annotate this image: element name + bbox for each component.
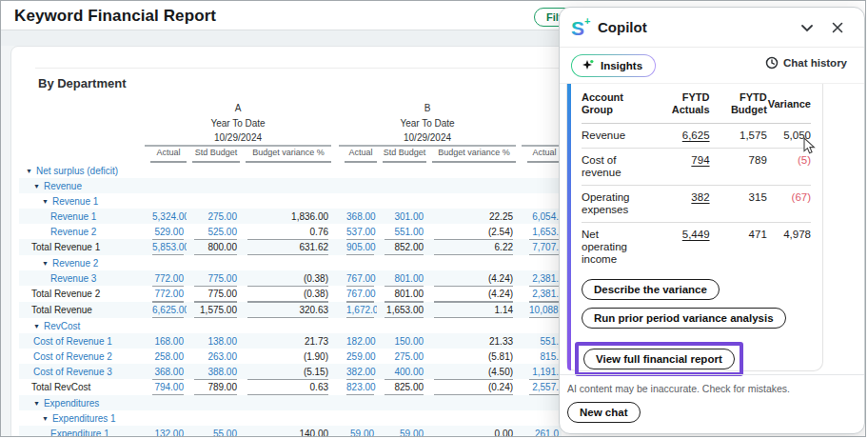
- report-cell[interactable]: 551.00: [377, 224, 426, 239]
- report-cell[interactable]: 551.: [522, 333, 562, 349]
- report-row-label[interactable]: Revenue 2: [52, 258, 98, 269]
- report-cell[interactable]: 794.00: [145, 379, 187, 395]
- report-cell[interactable]: 772.00: [145, 286, 187, 302]
- report-cell[interactable]: 275.00: [187, 209, 240, 224]
- table-row: Total Revenue6,625.001,575.00320.631,672…: [19, 302, 562, 318]
- report-row-label[interactable]: Cost of Revenue 2: [33, 351, 112, 362]
- chat-history-button[interactable]: Chat history: [765, 56, 847, 70]
- report-cell[interactable]: 2,557.: [522, 379, 562, 395]
- report-cell[interactable]: 767.00: [339, 270, 377, 286]
- report-cell[interactable]: 59.00: [339, 426, 377, 437]
- report-cell: (0.38): [240, 270, 331, 286]
- report-cell[interactable]: 55.00: [187, 426, 240, 437]
- report-row-label-cell: ▼Revenue: [19, 178, 145, 193]
- report-cell[interactable]: 815.: [522, 349, 562, 364]
- column-header: Actual: [522, 146, 562, 163]
- report-row-label[interactable]: Expenditure 1: [50, 429, 109, 438]
- report-cell[interactable]: 10,088.: [522, 302, 562, 318]
- report-cell: [377, 178, 426, 193]
- report-cell: [339, 318, 377, 333]
- report-cell[interactable]: 388.00: [187, 364, 240, 379]
- collapse-triangle-icon[interactable]: ▼: [42, 260, 49, 267]
- fytd-actuals-cell[interactable]: 5,449: [650, 223, 709, 272]
- report-cell[interactable]: 400.00: [377, 364, 426, 379]
- action-button-3[interactable]: View full financial report: [583, 349, 735, 369]
- collapse-triangle-icon[interactable]: ▼: [33, 183, 40, 190]
- report-cell[interactable]: 382.00: [339, 364, 377, 379]
- report-cell[interactable]: 275.00: [377, 349, 426, 364]
- report-row-label[interactable]: Revenue 2: [50, 227, 96, 237]
- action-button-1[interactable]: Describe the variance: [582, 279, 720, 300]
- report-corner-cell: [19, 130, 145, 146]
- chevron-down-icon[interactable]: [799, 20, 815, 35]
- report-cell[interactable]: 525.00: [187, 224, 240, 239]
- report-cell[interactable]: 1,672.00: [339, 302, 377, 318]
- report-cell[interactable]: 258.00: [145, 349, 187, 364]
- report-cell[interactable]: 1,653.: [522, 224, 562, 239]
- report-row-label[interactable]: Expenditures: [44, 398, 99, 409]
- actuals-link[interactable]: 6,625: [682, 130, 710, 141]
- report-row-label[interactable]: Revenue 1: [50, 211, 96, 222]
- fytd-actuals-cell[interactable]: 6,625: [650, 124, 709, 149]
- report-cell: [522, 163, 562, 178]
- report-cell[interactable]: 5,324.00: [145, 209, 187, 224]
- report-cell[interactable]: 6,054.: [522, 209, 562, 224]
- report-cell[interactable]: 132.00: [145, 426, 187, 437]
- collapse-triangle-icon[interactable]: ▼: [26, 168, 32, 174]
- report-row-label[interactable]: Expenditures 1: [52, 413, 116, 424]
- report-row-label[interactable]: Net surplus (deficit): [36, 166, 118, 176]
- report-row-label[interactable]: Cost of Revenue 1: [33, 336, 112, 347]
- fytd-actuals-cell[interactable]: 382: [650, 186, 709, 223]
- report-cell[interactable]: 261.0: [522, 426, 562, 437]
- report-cell[interactable]: 537.00: [339, 224, 377, 239]
- report-cell[interactable]: 368.00: [145, 364, 187, 379]
- report-row-label-cell: Total Revenue 1: [19, 239, 145, 255]
- report-cell[interactable]: 59.00: [377, 426, 426, 437]
- report-cell[interactable]: 6,625.00: [145, 302, 187, 318]
- report-cell[interactable]: 168.00: [145, 333, 187, 349]
- collapse-triangle-icon[interactable]: ▼: [42, 198, 49, 205]
- report-cell[interactable]: 138.00: [187, 333, 240, 349]
- report-cell[interactable]: 7,707.: [522, 239, 562, 255]
- report-cell[interactable]: 801.00: [377, 270, 426, 286]
- report-cell: [187, 178, 240, 193]
- report-cell: 1,653.00: [377, 302, 426, 318]
- report-row-label[interactable]: RevCost: [44, 321, 80, 331]
- report-row-label[interactable]: Revenue 3: [50, 273, 96, 284]
- new-chat-button[interactable]: New chat: [567, 402, 641, 423]
- report-cell[interactable]: 150.00: [377, 333, 426, 349]
- report-cell[interactable]: 767.00: [339, 286, 377, 302]
- report-cell[interactable]: 1,191.: [522, 364, 562, 379]
- collapse-triangle-icon[interactable]: ▼: [33, 323, 40, 329]
- close-icon[interactable]: [830, 20, 845, 35]
- report-cell[interactable]: 368.00: [339, 209, 377, 224]
- report-cell: [240, 410, 331, 426]
- report-row-label[interactable]: Revenue: [44, 181, 82, 191]
- report-cell[interactable]: 5,853.00: [145, 239, 187, 255]
- action-button-2[interactable]: Run prior period variance analysis: [582, 308, 786, 329]
- actuals-link[interactable]: 5,449: [682, 229, 710, 240]
- report-cell[interactable]: 263.00: [187, 349, 240, 364]
- report-cell[interactable]: 529.00: [145, 224, 187, 239]
- report-cell: [522, 410, 562, 426]
- insights-tab[interactable]: Insights: [571, 54, 656, 77]
- report-row-label[interactable]: Cost of Revenue 3: [33, 367, 112, 377]
- collapse-triangle-icon[interactable]: ▼: [42, 415, 49, 422]
- collapse-triangle-icon[interactable]: ▼: [33, 400, 40, 407]
- report-cell: [145, 178, 187, 193]
- report-cell[interactable]: 182.00: [339, 333, 377, 349]
- actuals-link[interactable]: 794: [691, 154, 709, 166]
- report-cell[interactable]: 259.00: [339, 349, 377, 364]
- actuals-link[interactable]: 382: [691, 191, 709, 203]
- report-cell[interactable]: 775.00: [187, 270, 240, 286]
- column-header: Std Budget: [187, 146, 240, 163]
- fytd-actuals-cell[interactable]: 794: [650, 149, 709, 186]
- report-cell[interactable]: 2,381.: [522, 270, 562, 286]
- report-row-label[interactable]: Revenue 1: [52, 196, 98, 207]
- report-cell[interactable]: 905.00: [339, 239, 377, 255]
- report-cell[interactable]: 823.00: [339, 379, 377, 395]
- report-cell[interactable]: 2,381.: [522, 286, 562, 302]
- report-cell[interactable]: 301.00: [377, 209, 426, 224]
- report-cell: 21.73: [240, 333, 331, 349]
- report-cell[interactable]: 772.00: [145, 270, 187, 286]
